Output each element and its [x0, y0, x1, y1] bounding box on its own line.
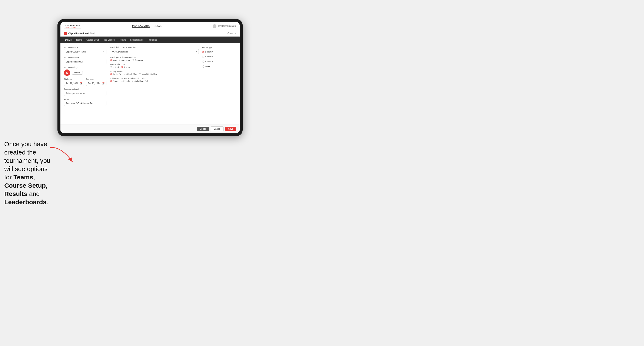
gender-mens-radio[interactable]	[110, 59, 112, 61]
tab-teams[interactable]: Teams	[74, 36, 84, 43]
teams-plus-individuals[interactable]: Teams (+Individuals)	[110, 80, 130, 82]
sponsor-input[interactable]	[64, 91, 106, 96]
start-date-group: Start date Jan 21, 2024 📅	[64, 78, 84, 86]
gender-womens-radio[interactable]	[120, 59, 122, 61]
format-5count4-radio[interactable]	[202, 51, 204, 53]
format-6count4[interactable]: 6 count 4	[202, 56, 236, 58]
team-individual-radio-group: Teams (+Individuals) Individuals Only	[110, 80, 199, 82]
scoring-medal-match[interactable]: Medal Match Play	[139, 73, 157, 75]
venue-select[interactable]: Peachtree GC - Atlanta - GA ▾	[64, 101, 106, 106]
division-group: Which division is the event for? NCAA Di…	[110, 46, 199, 54]
start-date-input[interactable]: Jan 21, 2024 📅	[64, 81, 84, 86]
logo-text: SCOREBOARD	[65, 24, 80, 26]
tournament-host-select[interactable]: Clippd College - Men ▾	[64, 49, 106, 54]
tablet-screen: SCOREBOARD Powered by clippd TOURNAMENTS…	[60, 22, 240, 133]
tab-course-setup[interactable]: Course Setup	[84, 36, 102, 43]
gender-combined-radio[interactable]	[132, 59, 134, 61]
tournament-name-group: Tournament name	[64, 56, 106, 64]
division-dropdown-icon: ▾	[196, 51, 197, 53]
scoring-match-radio[interactable]	[124, 73, 127, 75]
tournament-name-input[interactable]	[64, 59, 106, 64]
venue-dropdown-icon: ▾	[104, 102, 104, 104]
scoring-radio-group: Stroke Play Match Play Medal Match Play	[110, 73, 199, 75]
gender-label: Which gender is the event for?	[110, 56, 199, 58]
format-other-radio[interactable]	[202, 65, 204, 68]
nav-links: TOURNAMENTS TEAMS	[132, 24, 162, 28]
tournament-host-group: Tournament Host Clippd College - Men ▾	[64, 46, 106, 54]
tab-bar: Details Teams Course Setup Tee Groups Re…	[60, 36, 240, 43]
bold-leaderboards: Leaderboards	[4, 198, 46, 205]
tab-leaderboards[interactable]: Leaderboards	[128, 36, 146, 43]
gender-mens[interactable]: Mens	[110, 59, 117, 61]
rounds-3[interactable]: 3	[121, 66, 125, 68]
scoring-stroke[interactable]: Stroke Play	[110, 73, 122, 75]
format-6count4-radio[interactable]	[202, 56, 204, 58]
main-content: Tournament Host Clippd College - Men ▾ T…	[60, 43, 240, 133]
date-row: Start date Jan 21, 2024 📅 End date Jan 2…	[64, 78, 106, 86]
tab-details[interactable]: Details	[63, 36, 74, 43]
save-button[interactable]: Save	[226, 127, 236, 131]
scoring-medal-radio[interactable]	[139, 73, 141, 75]
logo-upload-area: C Upload	[64, 69, 106, 76]
scoring-match[interactable]: Match Play	[124, 73, 137, 75]
rounds-radio-group: 1 2 3 4	[110, 66, 199, 68]
user-sign-out[interactable]: Test User | Sign out	[218, 25, 236, 27]
logo-area: SCOREBOARD Powered by clippd	[64, 23, 81, 28]
venue-group: Venue Peachtree GC - Atlanta - GA ▾	[64, 98, 106, 106]
cancel-small-button[interactable]: Cancel ✕	[228, 32, 236, 34]
scoring-stroke-radio[interactable]	[110, 73, 112, 75]
rounds-3-radio[interactable]	[121, 66, 123, 68]
tutorial-text: Once you have created the tournament, yo…	[2, 140, 51, 206]
nav-user: Test User | Sign out	[212, 24, 236, 28]
rounds-4[interactable]: 4	[126, 66, 130, 68]
tab-printables[interactable]: Printables	[146, 36, 159, 43]
bold-results: Results	[4, 190, 27, 197]
form-right-column: Format type 5 count 4 6 count 4 6 count …	[202, 46, 236, 122]
rounds-4-radio[interactable]	[126, 66, 128, 68]
end-date-label: End date	[86, 78, 106, 80]
tournament-name-field[interactable]	[66, 61, 104, 63]
form-middle-column: Which division is the event for? NCAA Di…	[110, 46, 199, 122]
rounds-label: Number of rounds	[110, 63, 199, 65]
tournament-name-label: Tournament name	[64, 56, 106, 58]
gender-combined[interactable]: Combined	[132, 59, 143, 61]
team-individual-label: Is this event for Teams and/or Individua…	[110, 77, 199, 79]
action-bar: Delete Cancel Save	[60, 125, 240, 133]
rounds-2[interactable]: 2	[115, 66, 119, 68]
scoring-label: Scoring system	[110, 70, 199, 72]
rounds-2-radio[interactable]	[115, 66, 118, 68]
rounds-1[interactable]: 1	[110, 66, 114, 68]
cancel-button[interactable]: Cancel	[211, 127, 224, 131]
tab-tee-groups[interactable]: Tee Groups	[102, 36, 117, 43]
format-other[interactable]: Other	[202, 65, 236, 68]
upload-button[interactable]: Upload	[72, 71, 83, 75]
delete-button[interactable]: Delete	[197, 127, 209, 131]
tablet-frame: SCOREBOARD Powered by clippd TOURNAMENTS…	[58, 19, 242, 136]
powered-by: Powered by clippd	[65, 26, 80, 28]
nav-tournaments[interactable]: TOURNAMENTS	[132, 24, 150, 28]
sponsor-field[interactable]	[66, 92, 104, 95]
format-5count4[interactable]: 5 count 4	[202, 51, 236, 53]
end-date-input[interactable]: Jan 23, 2024 📅	[86, 81, 106, 86]
breadcrumb: C Clippd Invitational (Men)	[64, 32, 95, 35]
individuals-only[interactable]: Individuals Only	[132, 80, 149, 82]
logo-preview: C	[64, 69, 70, 76]
individuals-radio[interactable]	[132, 80, 134, 82]
format-6count5-radio[interactable]	[202, 61, 204, 63]
team-individual-group: Is this event for Teams and/or Individua…	[110, 77, 199, 82]
teams-radio[interactable]	[110, 80, 112, 82]
gender-womens[interactable]: Womens	[120, 59, 130, 61]
division-label: Which division is the event for?	[110, 46, 199, 48]
nav-teams[interactable]: TEAMS	[154, 25, 162, 28]
scoring-group: Scoring system Stroke Play Match Play	[110, 70, 199, 75]
form-left-column: Tournament Host Clippd College - Men ▾ T…	[64, 46, 106, 122]
format-6count5[interactable]: 6 count 5	[202, 61, 236, 63]
gender-group: Which gender is the event for? Mens Wome…	[110, 56, 199, 61]
rounds-1-radio[interactable]	[110, 66, 112, 68]
start-cal-icon: 📅	[80, 82, 82, 85]
tournament-host-label: Tournament Host	[64, 46, 106, 48]
rounds-group: Number of rounds 1 2	[110, 63, 199, 68]
tab-results[interactable]: Results	[117, 36, 128, 43]
tournament-logo-label: Tournament logo	[64, 66, 106, 68]
division-select[interactable]: NCAA Division III ▾	[110, 49, 199, 54]
